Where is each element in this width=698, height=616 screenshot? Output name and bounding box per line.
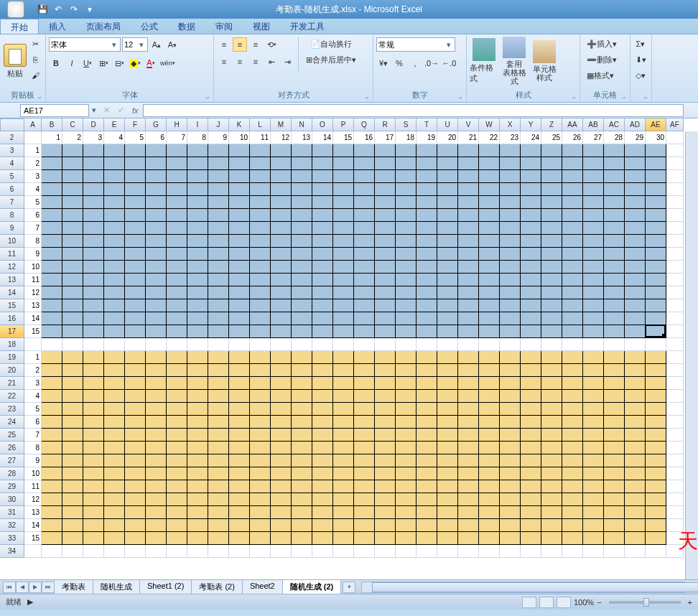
cell[interactable]: [583, 493, 604, 506]
cell[interactable]: [375, 183, 396, 196]
cell[interactable]: [333, 209, 354, 222]
ribbon-tab-3[interactable]: 公式: [131, 19, 168, 34]
cell[interactable]: [250, 480, 271, 493]
cell[interactable]: [521, 493, 541, 506]
cell[interactable]: [625, 261, 646, 274]
cell[interactable]: [646, 532, 666, 545]
cell[interactable]: [375, 390, 396, 403]
cell[interactable]: [42, 157, 62, 170]
cell[interactable]: [562, 274, 583, 286]
percent-icon[interactable]: %: [392, 56, 406, 70]
cell[interactable]: [167, 467, 187, 480]
cell[interactable]: [541, 467, 562, 480]
col-header-X[interactable]: X: [500, 118, 521, 131]
cell[interactable]: [167, 403, 187, 416]
cell[interactable]: [229, 390, 250, 403]
cell[interactable]: [417, 467, 437, 480]
cell[interactable]: [292, 157, 312, 170]
cell[interactable]: [229, 442, 250, 454]
cell[interactable]: [541, 261, 562, 274]
cell[interactable]: [62, 325, 83, 338]
cell[interactable]: [42, 325, 62, 338]
qat-custom-icon[interactable]: ▾: [83, 3, 96, 16]
cell[interactable]: [333, 545, 354, 558]
cell[interactable]: [125, 532, 146, 545]
cell[interactable]: [458, 144, 479, 157]
cell[interactable]: [229, 286, 250, 299]
cell[interactable]: 1: [24, 144, 42, 157]
cell[interactable]: [104, 286, 125, 299]
cell[interactable]: [146, 286, 167, 299]
cell[interactable]: [125, 170, 146, 183]
view-normal-icon[interactable]: [522, 597, 536, 608]
cell[interactable]: [666, 506, 684, 519]
cell[interactable]: [167, 493, 187, 506]
cell[interactable]: [187, 429, 208, 442]
cell[interactable]: [42, 416, 62, 429]
cell[interactable]: [521, 209, 541, 222]
row-header-27[interactable]: 27: [0, 454, 24, 467]
col-header-G[interactable]: G: [146, 118, 167, 131]
cell[interactable]: [187, 416, 208, 429]
cell[interactable]: [250, 261, 271, 274]
cell[interactable]: [500, 454, 521, 467]
sheet-tab-4[interactable]: Sheet2: [242, 580, 283, 594]
format-painter-icon[interactable]: 🖌: [28, 68, 42, 83]
cell[interactable]: [312, 377, 333, 390]
cell[interactable]: [541, 377, 562, 390]
cell[interactable]: [167, 299, 187, 312]
ribbon-tab-4[interactable]: 数据: [168, 19, 205, 34]
cell[interactable]: [229, 183, 250, 196]
cell[interactable]: [625, 429, 646, 442]
row-header-16[interactable]: 16: [0, 312, 24, 325]
cell[interactable]: 24: [521, 131, 541, 144]
row-header-11[interactable]: 11: [0, 248, 24, 261]
cell[interactable]: 26: [562, 131, 583, 144]
row-header-14[interactable]: 14: [0, 286, 24, 299]
cell[interactable]: [83, 519, 104, 532]
cell[interactable]: [604, 261, 625, 274]
cell[interactable]: [250, 429, 271, 442]
cell[interactable]: 6: [24, 209, 42, 222]
cell[interactable]: [83, 480, 104, 493]
cell[interactable]: [312, 274, 333, 286]
cell[interactable]: [646, 325, 666, 338]
cell[interactable]: [521, 222, 541, 235]
cell[interactable]: [500, 390, 521, 403]
cell[interactable]: [521, 338, 541, 351]
cell[interactable]: 14: [24, 519, 42, 532]
cell[interactable]: [312, 157, 333, 170]
cell[interactable]: [250, 325, 271, 338]
cell[interactable]: [42, 506, 62, 519]
cell[interactable]: 5: [24, 403, 42, 416]
row-header-3[interactable]: 3: [0, 144, 24, 157]
cell[interactable]: [437, 493, 458, 506]
cell[interactable]: [541, 286, 562, 299]
cell[interactable]: 7: [24, 222, 42, 235]
cell[interactable]: 4: [104, 131, 125, 144]
ribbon-tab-5[interactable]: 审阅: [205, 19, 243, 34]
cell[interactable]: [312, 222, 333, 235]
cell[interactable]: [375, 222, 396, 235]
cell[interactable]: [437, 429, 458, 442]
cell[interactable]: [208, 390, 229, 403]
cell[interactable]: [312, 467, 333, 480]
cell[interactable]: 13: [24, 299, 42, 312]
cell[interactable]: [42, 467, 62, 480]
cell[interactable]: [271, 312, 292, 325]
cell[interactable]: [187, 325, 208, 338]
sheet-tab-1[interactable]: 随机生成: [93, 580, 140, 594]
macro-record-icon[interactable]: ▶: [27, 597, 33, 607]
cell[interactable]: [250, 286, 271, 299]
cell[interactable]: [187, 222, 208, 235]
cell[interactable]: [521, 274, 541, 286]
delete-cells-button[interactable]: ➖ 删除 ▾: [583, 52, 620, 67]
cell[interactable]: [396, 454, 417, 467]
cell[interactable]: [125, 235, 146, 248]
cell[interactable]: 21: [458, 131, 479, 144]
cell[interactable]: [396, 338, 417, 351]
cell[interactable]: [479, 286, 500, 299]
cell[interactable]: [83, 196, 104, 209]
cell[interactable]: [625, 506, 646, 519]
cell[interactable]: [187, 209, 208, 222]
